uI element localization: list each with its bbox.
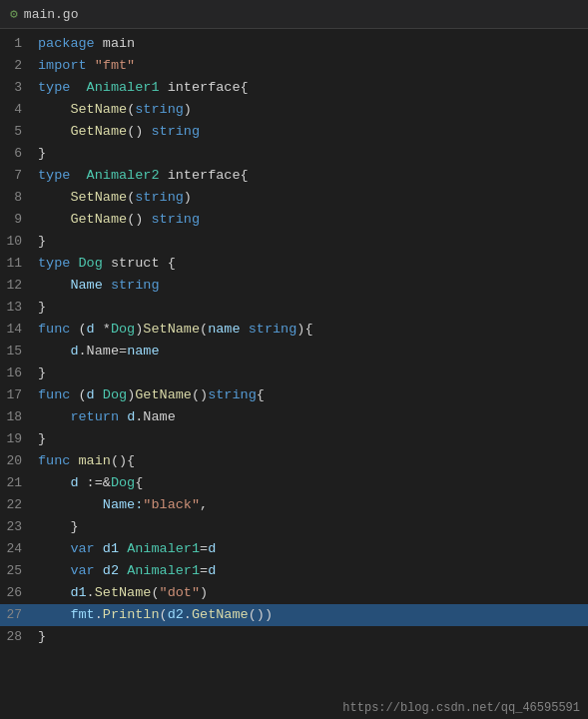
line: 6}: [0, 143, 588, 165]
line-number: 17: [0, 387, 38, 402]
line-content: d :=&Dog{: [38, 472, 588, 494]
line: 20func main(){: [0, 450, 588, 472]
line-content: d1.SetName("dot"): [38, 582, 588, 604]
line-number: 18: [0, 409, 38, 424]
line-number: 1: [0, 36, 38, 51]
line: 15 d.Name=name: [0, 341, 588, 362]
line-number: 21: [0, 475, 38, 490]
line-content: }: [38, 362, 588, 384]
line: 28}: [0, 626, 588, 648]
line-content: GetName() string: [38, 209, 588, 231]
line-content: fmt.Println(d2.GetName()): [38, 604, 588, 626]
line-content: package main: [38, 33, 588, 55]
line-number: 13: [0, 300, 38, 315]
line-content: }: [38, 143, 588, 165]
line-content: func (d *Dog)SetName(name string){: [38, 319, 588, 341]
line-number: 15: [0, 344, 38, 359]
line-number: 14: [0, 322, 38, 337]
line: 26 d1.SetName("dot"): [0, 582, 588, 604]
line-number: 3: [0, 80, 38, 95]
line-number: 6: [0, 146, 38, 161]
line: 18 return d.Name: [0, 406, 588, 428]
line-number: 8: [0, 190, 38, 205]
line-content: Name:"black",: [38, 494, 588, 516]
line: 24 var d1 Animaler1=d: [0, 538, 588, 560]
line: 4 SetName(string): [0, 99, 588, 121]
line: 3type Animaler1 interface{: [0, 77, 588, 99]
line-content: }: [38, 428, 588, 450]
line-number: 28: [0, 629, 38, 644]
line-content: func (d Dog)GetName()string{: [38, 384, 588, 406]
footer-url: https://blog.csdn.net/qq_46595591: [334, 697, 588, 719]
line-content: Name string: [38, 275, 588, 297]
line-content: GetName() string: [38, 121, 588, 143]
line-content: return d.Name: [38, 406, 588, 428]
line: 14func (d *Dog)SetName(name string){: [0, 319, 588, 341]
line-content: var d1 Animaler1=d: [38, 538, 588, 560]
line: 2import "fmt": [0, 55, 588, 77]
line-content: type Animaler2 interface{: [38, 165, 588, 187]
line-content: import "fmt": [38, 55, 588, 77]
line: 27 fmt.Println(d2.GetName()): [0, 604, 588, 626]
line: 16}: [0, 362, 588, 384]
line-number: 10: [0, 234, 38, 249]
line: 21 d :=&Dog{: [0, 472, 588, 494]
line-content: }: [38, 516, 588, 538]
code-area: 1package main2import "fmt"3type Animaler…: [0, 29, 588, 652]
file-icon: ⚙: [10, 6, 18, 22]
line: 5 GetName() string: [0, 121, 588, 143]
line-content: func main(){: [38, 450, 588, 472]
line: 12 Name string: [0, 275, 588, 297]
line-number: 7: [0, 168, 38, 183]
filename: main.go: [24, 7, 79, 22]
line-number: 25: [0, 563, 38, 578]
line-number: 16: [0, 365, 38, 380]
line-content: type Animaler1 interface{: [38, 77, 588, 99]
line: 11type Dog struct {: [0, 253, 588, 275]
line: 9 GetName() string: [0, 209, 588, 231]
line: 10}: [0, 231, 588, 253]
line: 22 Name:"black",: [0, 494, 588, 516]
line-content: }: [38, 231, 588, 253]
line: 7type Animaler2 interface{: [0, 165, 588, 187]
line-number: 5: [0, 124, 38, 139]
line-number: 19: [0, 431, 38, 446]
line: 13}: [0, 297, 588, 319]
title-bar: ⚙ main.go: [0, 0, 588, 29]
line-content: SetName(string): [38, 99, 588, 121]
line-number: 27: [0, 607, 38, 622]
line-number: 20: [0, 453, 38, 468]
line: 8 SetName(string): [0, 187, 588, 209]
line: 1package main: [0, 33, 588, 55]
line-number: 23: [0, 519, 38, 534]
line-number: 12: [0, 278, 38, 293]
line-content: var d2 Animaler1=d: [38, 560, 588, 582]
line-number: 24: [0, 541, 38, 556]
line-content: type Dog struct {: [38, 253, 588, 275]
line: 23 }: [0, 516, 588, 538]
line-content: }: [38, 297, 588, 319]
line-number: 11: [0, 256, 38, 271]
line-number: 26: [0, 585, 38, 600]
line-number: 9: [0, 212, 38, 227]
line: 19}: [0, 428, 588, 450]
line-number: 2: [0, 58, 38, 73]
line-content: d.Name=name: [38, 341, 588, 362]
line-content: }: [38, 626, 588, 648]
line-number: 22: [0, 497, 38, 512]
line: 17func (d Dog)GetName()string{: [0, 384, 588, 406]
line-content: SetName(string): [38, 187, 588, 209]
line: 25 var d2 Animaler1=d: [0, 560, 588, 582]
line-number: 4: [0, 102, 38, 117]
